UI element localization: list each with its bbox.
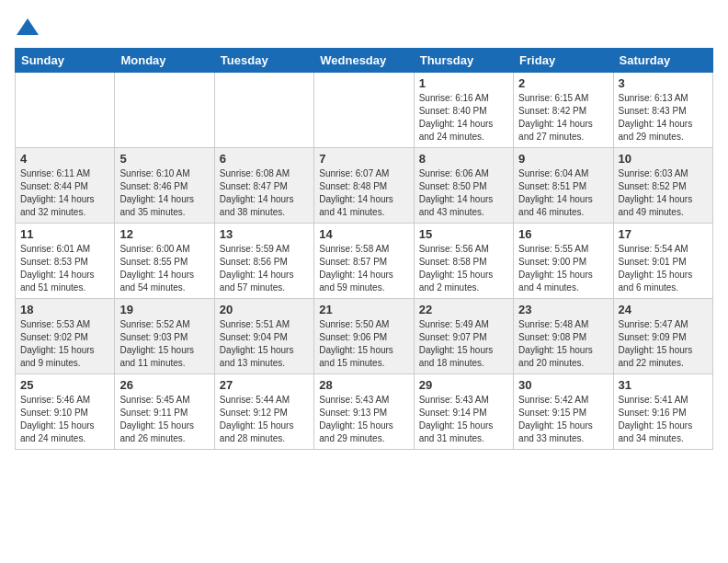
logo-icon	[15, 15, 40, 40]
day-info: Sunrise: 5:53 AM Sunset: 9:02 PM Dayligh…	[20, 318, 109, 370]
header-wednesday: Wednesday	[314, 49, 414, 73]
day-cell	[314, 73, 414, 148]
day-cell: 6Sunrise: 6:08 AM Sunset: 8:47 PM Daylig…	[214, 148, 313, 224]
header-thursday: Thursday	[414, 49, 513, 73]
day-info: Sunrise: 5:45 AM Sunset: 9:11 PM Dayligh…	[119, 394, 209, 445]
day-info: Sunrise: 6:11 AM Sunset: 8:44 PM Dayligh…	[20, 167, 109, 219]
day-info: Sunrise: 6:10 AM Sunset: 8:46 PM Dayligh…	[119, 167, 209, 219]
day-cell: 12Sunrise: 6:00 AM Sunset: 8:55 PM Dayli…	[115, 224, 214, 299]
day-cell: 28Sunrise: 5:43 AM Sunset: 9:13 PM Dayli…	[314, 374, 414, 450]
day-info: Sunrise: 6:00 AM Sunset: 8:55 PM Dayligh…	[119, 243, 209, 294]
week-row-4: 18Sunrise: 5:53 AM Sunset: 9:02 PM Dayli…	[16, 299, 713, 374]
day-number: 6	[220, 152, 309, 166]
day-number: 17	[619, 227, 708, 241]
day-info: Sunrise: 6:16 AM Sunset: 8:40 PM Dayligh…	[419, 92, 508, 144]
day-number: 29	[419, 378, 508, 392]
day-cell: 25Sunrise: 5:46 AM Sunset: 9:10 PM Dayli…	[16, 374, 115, 450]
day-cell: 20Sunrise: 5:51 AM Sunset: 9:04 PM Dayli…	[214, 299, 313, 374]
day-cell: 26Sunrise: 5:45 AM Sunset: 9:11 PM Dayli…	[115, 374, 214, 450]
day-number: 25	[20, 378, 109, 392]
day-info: Sunrise: 5:42 AM Sunset: 9:15 PM Dayligh…	[518, 394, 608, 445]
day-number: 7	[319, 152, 408, 166]
day-cell: 13Sunrise: 5:59 AM Sunset: 8:56 PM Dayli…	[214, 224, 313, 299]
day-number: 24	[619, 303, 708, 316]
day-number: 12	[119, 227, 209, 241]
day-number: 27	[220, 378, 309, 392]
day-cell	[115, 73, 214, 148]
day-cell: 23Sunrise: 5:48 AM Sunset: 9:08 PM Dayli…	[514, 299, 613, 374]
day-info: Sunrise: 5:59 AM Sunset: 8:56 PM Dayligh…	[220, 243, 309, 294]
day-cell: 9Sunrise: 6:04 AM Sunset: 8:51 PM Daylig…	[514, 148, 613, 224]
page-header	[15, 15, 713, 40]
day-cell	[16, 73, 115, 148]
week-row-1: 1Sunrise: 6:16 AM Sunset: 8:40 PM Daylig…	[16, 73, 713, 148]
svg-marker-0	[17, 18, 39, 35]
day-info: Sunrise: 5:50 AM Sunset: 9:06 PM Dayligh…	[319, 318, 408, 370]
day-number: 1	[419, 76, 508, 90]
day-cell: 29Sunrise: 5:43 AM Sunset: 9:14 PM Dayli…	[414, 374, 513, 450]
day-cell: 18Sunrise: 5:53 AM Sunset: 9:02 PM Dayli…	[16, 299, 115, 374]
day-info: Sunrise: 6:06 AM Sunset: 8:50 PM Dayligh…	[419, 167, 508, 219]
day-number: 23	[518, 303, 608, 316]
day-cell: 3Sunrise: 6:13 AM Sunset: 8:43 PM Daylig…	[613, 73, 712, 148]
week-row-2: 4Sunrise: 6:11 AM Sunset: 8:44 PM Daylig…	[16, 148, 713, 224]
day-info: Sunrise: 5:41 AM Sunset: 9:16 PM Dayligh…	[619, 394, 708, 445]
day-cell: 17Sunrise: 5:54 AM Sunset: 9:01 PM Dayli…	[613, 224, 712, 299]
day-number: 21	[319, 303, 408, 316]
day-info: Sunrise: 5:46 AM Sunset: 9:10 PM Dayligh…	[20, 394, 109, 445]
day-number: 20	[220, 303, 309, 316]
day-number: 14	[319, 227, 408, 241]
day-info: Sunrise: 5:47 AM Sunset: 9:09 PM Dayligh…	[619, 318, 708, 370]
day-number: 3	[619, 76, 708, 90]
day-info: Sunrise: 6:08 AM Sunset: 8:47 PM Dayligh…	[220, 167, 309, 219]
day-number: 22	[419, 303, 508, 316]
day-info: Sunrise: 5:56 AM Sunset: 8:58 PM Dayligh…	[419, 243, 508, 294]
day-number: 16	[518, 227, 608, 241]
day-number: 10	[619, 152, 708, 166]
day-info: Sunrise: 5:44 AM Sunset: 9:12 PM Dayligh…	[220, 394, 309, 445]
day-cell: 14Sunrise: 5:58 AM Sunset: 8:57 PM Dayli…	[314, 224, 414, 299]
header-saturday: Saturday	[613, 49, 712, 73]
day-number: 15	[419, 227, 508, 241]
day-number: 9	[518, 152, 608, 166]
logo	[15, 15, 44, 40]
day-cell: 8Sunrise: 6:06 AM Sunset: 8:50 PM Daylig…	[414, 148, 513, 224]
day-info: Sunrise: 5:54 AM Sunset: 9:01 PM Dayligh…	[619, 243, 708, 294]
day-info: Sunrise: 5:55 AM Sunset: 9:00 PM Dayligh…	[518, 243, 608, 294]
day-number: 28	[319, 378, 408, 392]
day-number: 26	[119, 378, 209, 392]
day-cell	[214, 73, 313, 148]
day-number: 19	[119, 303, 209, 316]
header-friday: Friday	[514, 49, 613, 73]
day-info: Sunrise: 5:58 AM Sunset: 8:57 PM Dayligh…	[319, 243, 408, 294]
day-cell: 10Sunrise: 6:03 AM Sunset: 8:52 PM Dayli…	[613, 148, 712, 224]
day-info: Sunrise: 5:49 AM Sunset: 9:07 PM Dayligh…	[419, 318, 508, 370]
day-cell: 22Sunrise: 5:49 AM Sunset: 9:07 PM Dayli…	[414, 299, 513, 374]
day-cell: 27Sunrise: 5:44 AM Sunset: 9:12 PM Dayli…	[214, 374, 313, 450]
day-info: Sunrise: 6:04 AM Sunset: 8:51 PM Dayligh…	[518, 167, 608, 219]
day-number: 4	[20, 152, 109, 166]
day-cell: 31Sunrise: 5:41 AM Sunset: 9:16 PM Dayli…	[613, 374, 712, 450]
day-info: Sunrise: 6:07 AM Sunset: 8:48 PM Dayligh…	[319, 167, 408, 219]
day-cell: 30Sunrise: 5:42 AM Sunset: 9:15 PM Dayli…	[514, 374, 613, 450]
calendar-header-row: SundayMondayTuesdayWednesdayThursdayFrid…	[16, 49, 713, 73]
day-cell: 11Sunrise: 6:01 AM Sunset: 8:53 PM Dayli…	[16, 224, 115, 299]
day-info: Sunrise: 5:52 AM Sunset: 9:03 PM Dayligh…	[119, 318, 209, 370]
day-cell: 24Sunrise: 5:47 AM Sunset: 9:09 PM Dayli…	[613, 299, 712, 374]
day-number: 30	[518, 378, 608, 392]
day-cell: 21Sunrise: 5:50 AM Sunset: 9:06 PM Dayli…	[314, 299, 414, 374]
week-row-3: 11Sunrise: 6:01 AM Sunset: 8:53 PM Dayli…	[16, 224, 713, 299]
day-number: 8	[419, 152, 508, 166]
week-row-5: 25Sunrise: 5:46 AM Sunset: 9:10 PM Dayli…	[16, 374, 713, 450]
day-info: Sunrise: 5:43 AM Sunset: 9:13 PM Dayligh…	[319, 394, 408, 445]
header-tuesday: Tuesday	[214, 49, 313, 73]
day-info: Sunrise: 6:15 AM Sunset: 8:42 PM Dayligh…	[518, 92, 608, 144]
day-info: Sunrise: 6:13 AM Sunset: 8:43 PM Dayligh…	[619, 92, 708, 144]
header-sunday: Sunday	[16, 49, 115, 73]
header-monday: Monday	[115, 49, 214, 73]
day-info: Sunrise: 5:48 AM Sunset: 9:08 PM Dayligh…	[518, 318, 608, 370]
day-number: 11	[20, 227, 109, 241]
day-info: Sunrise: 5:43 AM Sunset: 9:14 PM Dayligh…	[419, 394, 508, 445]
day-cell: 19Sunrise: 5:52 AM Sunset: 9:03 PM Dayli…	[115, 299, 214, 374]
day-cell: 16Sunrise: 5:55 AM Sunset: 9:00 PM Dayli…	[514, 224, 613, 299]
